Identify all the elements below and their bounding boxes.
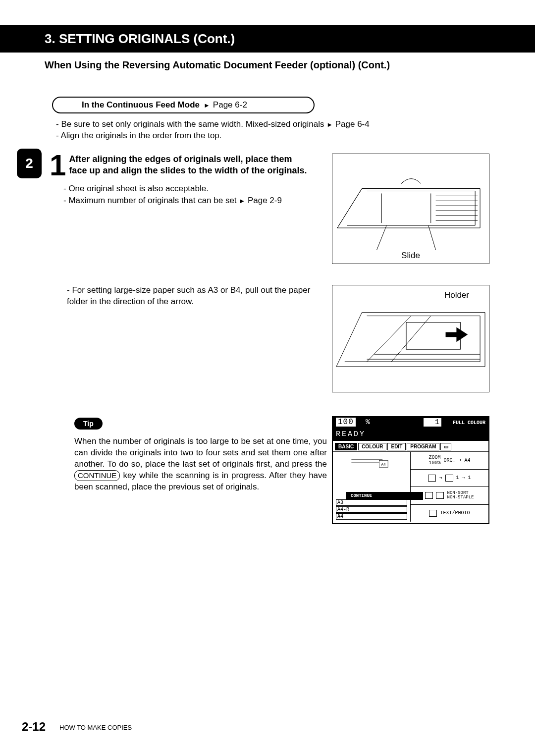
svg-line-4 [428,225,436,250]
intro-notes: - Be sure to set only originals with the… [56,119,370,142]
arrow-icon: ► [204,102,210,109]
step1-sub2a: - Maximum number of originals that can b… [63,196,239,205]
section-header: 3. SETTING ORIGINALS (Cont.) [0,25,535,53]
lcd-tab-settings-icon[interactable]: ▭ [440,443,451,450]
lcd-tabs: BASIC COLOUR EDIT PROGRAM ▭ [333,441,488,451]
tray-icon [436,492,444,499]
lcd-zoom-pct: 100% [428,460,440,466]
lcd-settings: ZOOM 100% ORG. ➜ A4 ➜ 1 → 1 NON-SORT NON… [411,452,488,522]
step-1: 1 After aligning the edges of originals … [50,154,310,206]
lcd-tab-program[interactable]: PROGRAM [407,443,439,450]
tray-a3[interactable]: A3 [336,499,407,506]
lcd-orig-size: ORG. ➜ A4 [443,457,470,463]
tray-icon [425,492,433,499]
photo-icon [429,510,437,517]
svg-line-3 [376,225,386,250]
lcd-tab-colour[interactable]: COLOUR [358,443,386,450]
lcd-duplex-label: 1 → 1 [456,475,471,481]
arrow-icon: ► [239,197,245,205]
note-line1-ref: Page 6-4 [335,119,370,129]
subheading: When Using the Reversing Automatic Docum… [45,59,390,71]
arrow-icon: ► [326,121,333,128]
lcd-row-mode[interactable]: TEXT/PHOTO [411,505,488,522]
manual-page: 3. SETTING ORIGINALS (Cont.) When Using … [0,0,535,756]
lcd-body: A4 A3 A4-R A4 CONTINUE ZOOM 100% ORG. ➜ … [333,451,488,522]
feeder-holder-illustration [332,285,489,392]
svg-text:A4: A4 [381,463,386,467]
figure2-label: Holder [444,290,469,300]
tray-a4[interactable]: A4 [336,513,407,520]
figure-slide: Slide [332,154,489,264]
step1-sub2-ref: Page 2-9 [248,196,282,205]
lcd-tab-basic[interactable]: BASIC [335,443,357,450]
lcd-tab-edit[interactable]: EDIT [387,443,406,450]
large-paper-note: - For setting large-size paper such as A… [67,285,327,308]
lcd-zoom-label: ZOOM [428,455,440,460]
lcd-copy-count: 1 [424,418,441,427]
lcd-continue-button[interactable]: CONTINUE [346,492,423,500]
lcd-status-bar: 100 % 1 FULL COLOUR READY [333,417,488,441]
note-line1a: - Be sure to set only originals with the… [56,119,326,129]
tip-badge: Tip [74,418,103,430]
mode-page-ref: Page 6-2 [213,100,247,110]
chapter-tab: 2 [17,149,42,178]
tray-diagram-icon: A4 [333,452,410,489]
page-number: 2-12 [22,720,46,734]
lcd-image-mode: TEXT/PHOTO [440,510,470,516]
lcd-row-zoom[interactable]: ZOOM 100% ORG. ➜ A4 [411,452,488,470]
mode-title: In the Continuous Feed Mode [82,100,200,110]
step1-sub1: - One original sheet is also acceptable. [63,183,310,195]
svg-line-0 [337,189,362,228]
lcd-zoom-value: 100 [336,418,356,427]
mode-capsule: In the Continuous Feed Mode ► Page 6-2 [52,97,315,113]
lcd-paper-trays: A4 A3 A4-R A4 CONTINUE [333,452,411,522]
lcd-colour-mode: FULL COLOUR [453,420,485,426]
figure1-label: Slide [401,251,420,261]
feeder-slide-illustration [332,154,489,264]
figure-holder: Holder [332,285,489,392]
svg-line-15 [367,316,411,362]
page-footer: HOW TO MAKE COPIES [59,724,132,731]
tip-text-a: When the number of originals is too larg… [74,436,327,469]
step-number: 1 [50,154,66,177]
continue-key: CONTINUE [74,470,120,481]
lcd-sort-label: NON-SORT NON-STAPLE [447,491,474,500]
lcd-ready: READY [336,430,366,438]
step1-text: After aligning the edges of originals we… [69,154,307,175]
tray-a4r[interactable]: A4-R [336,506,407,513]
note-line2: - Align the originals in the order from … [56,131,222,140]
page-icon [428,475,436,482]
tip-text: When the number of originals is too larg… [74,436,327,493]
lcd-panel: 100 % 1 FULL COLOUR READY BASIC COLOUR E… [332,416,489,524]
lcd-percent: % [366,418,370,427]
lcd-row-duplex[interactable]: ➜ 1 → 1 [411,470,488,487]
page-icon [445,475,453,482]
